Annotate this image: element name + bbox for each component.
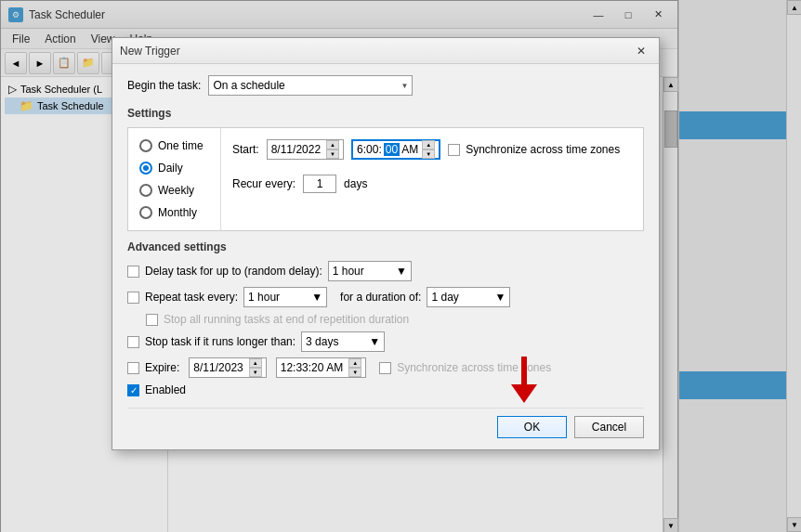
ok-button[interactable]: OK — [497, 416, 567, 438]
expire-date-spin-down[interactable]: ▼ — [249, 368, 262, 377]
cancel-button[interactable]: Cancel — [574, 416, 644, 438]
dialog-titlebar: New Trigger ✕ — [112, 38, 659, 64]
expire-label: Expire: — [145, 361, 179, 374]
recur-input[interactable]: 1 — [303, 175, 336, 193]
delay-task-row: Delay task for up to (random delay): 1 h… — [127, 261, 644, 281]
radio-circle-weekly — [139, 184, 152, 197]
dialog-body: Begin the task: On a schedule ▼ Settings… — [112, 64, 659, 449]
enabled-checkbox[interactable]: ✓ — [127, 384, 139, 396]
stop-running-row: Stop all running tasks at end of repetit… — [127, 313, 644, 326]
stop-longer-dropdown[interactable]: 3 days ▼ — [301, 331, 385, 352]
expire-date-spin[interactable]: ▲ ▼ — [249, 358, 262, 377]
begin-task-value: On a schedule — [213, 79, 284, 92]
repeat-dropdown[interactable]: 1 hour ▼ — [243, 287, 327, 307]
start-row: Start: 8/11/2022 ▲ ▼ 6:00: 00 — [232, 139, 632, 160]
stop-longer-row: Stop task if it runs longer than: 3 days… — [127, 331, 644, 352]
stop-longer-arrow: ▼ — [369, 335, 380, 348]
delay-dropdown[interactable]: 1 hour ▼ — [328, 261, 412, 281]
recur-row: Recur every: 1 days — [232, 175, 632, 193]
recur-unit: days — [344, 177, 367, 190]
time-ampm: AM — [401, 143, 418, 156]
enabled-label: Enabled — [145, 383, 186, 396]
expire-row: Expire: 8/11/2023 ▲ ▼ 12:33:20 AM ▲ ▼ — [127, 357, 644, 378]
repeat-value: 1 hour — [248, 291, 280, 304]
radio-monthly[interactable]: Monthly — [139, 206, 209, 219]
delay-dropdown-arrow: ▼ — [396, 265, 407, 278]
button-row: OK Cancel — [127, 408, 644, 438]
time-spin-up[interactable]: ▲ — [422, 140, 435, 149]
enabled-row: ✓ Enabled — [127, 383, 644, 396]
arrow-head — [511, 384, 537, 403]
expire-checkbox[interactable] — [127, 362, 139, 374]
stop-running-label: Stop all running tasks at end of repetit… — [164, 313, 409, 326]
arrow-shaft — [521, 357, 527, 384]
expire-time-spin[interactable]: ▲ ▼ — [348, 358, 361, 377]
dropdown-arrow-icon: ▼ — [400, 82, 408, 90]
expire-time-input[interactable]: 12:33:20 AM ▲ ▼ — [276, 357, 366, 378]
radio-label-daily: Daily — [158, 162, 183, 175]
stop-running-checkbox[interactable] — [146, 314, 158, 326]
radio-weekly[interactable]: Weekly — [139, 184, 209, 197]
expire-time-value: 12:33:20 AM — [281, 361, 343, 374]
dialog-title: New Trigger — [120, 45, 631, 58]
date-spin[interactable]: ▲ ▼ — [326, 140, 339, 159]
stop-longer-checkbox[interactable] — [127, 336, 139, 348]
stop-longer-value: 3 days — [306, 335, 338, 348]
advanced-title: Advanced settings — [127, 240, 644, 253]
dialog-overlay: New Trigger ✕ Begin the task: On a sched… — [0, 0, 801, 532]
expire-time-spin-up[interactable]: ▲ — [348, 358, 361, 368]
date-value: 8/11/2022 — [271, 143, 321, 156]
date-spin-up[interactable]: ▲ — [326, 140, 339, 149]
begin-task-row: Begin the task: On a schedule ▼ — [127, 75, 644, 96]
repeat-label: Repeat task every: — [145, 291, 238, 304]
duration-dropdown-arrow: ▼ — [495, 291, 506, 304]
time-prefix: 6:00: — [357, 143, 382, 156]
radio-label-weekly: Weekly — [158, 184, 194, 197]
settings-label: Settings — [127, 107, 644, 120]
sync-checkbox[interactable] — [448, 144, 460, 156]
duration-label: for a duration of: — [340, 291, 421, 304]
advanced-section: Advanced settings Delay task for up to (… — [127, 240, 644, 396]
expire-sync-checkbox[interactable] — [379, 362, 391, 374]
radio-one-time[interactable]: One time — [139, 139, 209, 152]
expire-date-value: 8/11/2023 — [193, 361, 243, 374]
radio-circle-daily — [139, 162, 152, 175]
radio-daily[interactable]: Daily — [139, 162, 209, 175]
radio-circle-one-time — [139, 139, 152, 152]
expire-time-spin-down[interactable]: ▼ — [348, 368, 361, 377]
duration-dropdown[interactable]: 1 day ▼ — [427, 287, 510, 307]
repeat-dropdown-arrow: ▼ — [311, 291, 322, 304]
recur-label: Recur every: — [232, 177, 295, 190]
expire-date-spin-up[interactable]: ▲ — [249, 358, 262, 368]
stop-longer-label: Stop task if it runs longer than: — [145, 335, 295, 348]
sync-label: Synchronize across time zones — [466, 143, 620, 156]
new-trigger-dialog: New Trigger ✕ Begin the task: On a sched… — [112, 37, 660, 450]
duration-value: 1 day — [431, 291, 458, 304]
repeat-task-row: Repeat task every: 1 hour ▼ for a durati… — [127, 287, 644, 307]
time-input[interactable]: 6:00: 00 AM ▲ ▼ — [351, 139, 440, 160]
radio-label-one-time: One time — [158, 139, 204, 152]
delay-value: 1 hour — [333, 265, 364, 278]
date-spin-down[interactable]: ▼ — [326, 149, 339, 159]
radio-column: One time Daily Weekly Monthly — [128, 128, 221, 230]
dialog-close-btn[interactable]: ✕ — [631, 42, 651, 60]
date-input[interactable]: 8/11/2022 ▲ ▼ — [267, 139, 344, 160]
time-spin[interactable]: ▲ ▼ — [422, 140, 435, 159]
delay-label: Delay task for up to (random delay): — [145, 265, 322, 278]
expire-date-input[interactable]: 8/11/2023 ▲ ▼ — [189, 357, 266, 378]
start-label: Start: — [232, 143, 259, 156]
time-spin-down[interactable]: ▼ — [422, 149, 435, 159]
begin-task-dropdown[interactable]: On a schedule ▼ — [208, 75, 413, 96]
radio-label-monthly: Monthly — [158, 206, 197, 219]
begin-task-label: Begin the task: — [127, 79, 201, 92]
red-arrow — [511, 357, 537, 403]
settings-right: Start: 8/11/2022 ▲ ▼ 6:00: 00 — [221, 128, 643, 230]
delay-checkbox[interactable] — [127, 266, 139, 278]
repeat-checkbox[interactable] — [127, 292, 139, 304]
settings-box: One time Daily Weekly Monthly — [127, 127, 644, 231]
sync-checkbox-row: Synchronize across time zones — [448, 143, 620, 156]
time-seconds-highlighted: 00 — [384, 143, 400, 156]
radio-circle-monthly — [139, 206, 152, 219]
